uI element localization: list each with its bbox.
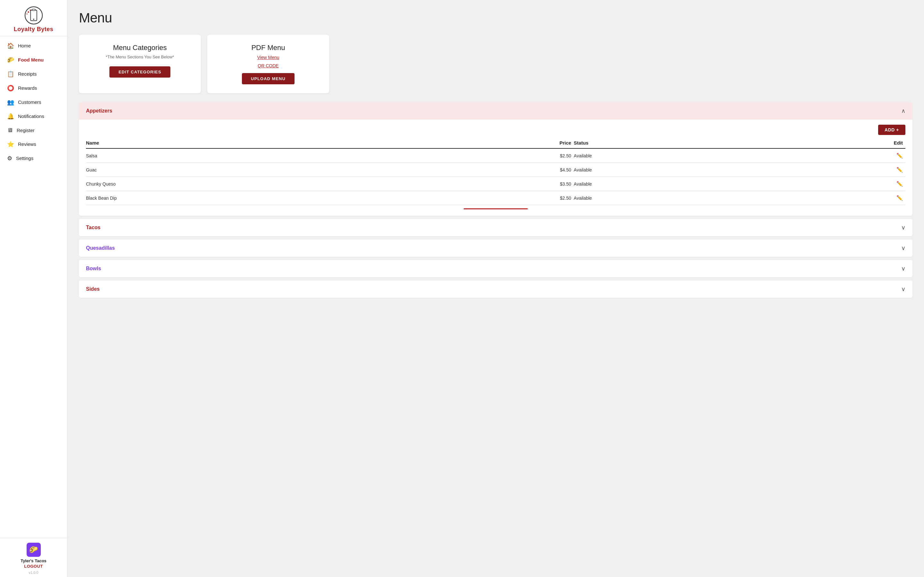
section-title-bowls: Bowls	[86, 266, 101, 271]
sidebar-item-register[interactable]: 🖥Register	[0, 123, 67, 137]
item-price-2: $3.50	[427, 177, 573, 191]
section-sides: Sides ∨	[79, 280, 913, 298]
upload-menu-button[interactable]: UPLOAD MENU	[242, 73, 294, 84]
section-chevron-quesadillas: ∨	[901, 245, 905, 251]
main-content: Menu Menu Categories *The Menu Sections …	[67, 0, 924, 577]
sidebar-item-settings[interactable]: ⚙Settings	[0, 151, 67, 165]
section-header-appetizers[interactable]: Appetizers ∧	[79, 102, 913, 119]
rewards-icon: ⭕	[7, 85, 14, 92]
sidebar-item-customers[interactable]: 👥Customers	[0, 95, 67, 109]
notifications-icon: 🔔	[7, 113, 14, 120]
sidebar-label-settings: Settings	[16, 155, 33, 161]
sidebar-label-rewards: Rewards	[18, 85, 37, 91]
edit-icon-0[interactable]: ✏️	[897, 153, 903, 158]
sidebar-item-notifications[interactable]: 🔔Notifications	[0, 109, 67, 123]
edit-icon-1[interactable]: ✏️	[897, 167, 903, 172]
item-status-0: Available	[573, 148, 786, 163]
svg-point-3	[33, 19, 34, 20]
section-tacos: Tacos ∨	[79, 219, 913, 236]
section-title-quesadillas: Quesadillas	[86, 245, 115, 251]
menu-categories-title: Menu Categories	[113, 44, 167, 52]
svg-point-5	[29, 10, 31, 11]
section-header-tacos[interactable]: Tacos ∨	[79, 219, 913, 236]
section-header-sides[interactable]: Sides ∨	[79, 280, 913, 298]
svg-rect-2	[32, 9, 35, 11]
item-name-1: Guac	[86, 163, 427, 177]
section-body-appetizers: ADD + Name Price Status Edit Salsa $2.50…	[79, 119, 913, 216]
cards-row: Menu Categories *The Menu Sections You S…	[79, 35, 913, 93]
item-price-1: $4.50	[427, 163, 573, 177]
pdf-menu-card: PDF Menu View Menu QR CODE UPLOAD MENU	[207, 35, 329, 93]
item-status-2: Available	[573, 177, 786, 191]
scroll-indicator	[464, 208, 528, 210]
col-price: Price	[427, 138, 573, 148]
logout-button[interactable]: LOGOUT	[24, 564, 43, 569]
page-title: Menu	[79, 10, 913, 26]
item-name-2: Chunky Queso	[86, 177, 427, 191]
table-row: Guac $4.50 Available ✏️	[86, 163, 905, 177]
col-edit: Edit	[786, 138, 905, 148]
item-name-0: Salsa	[86, 148, 427, 163]
reviews-icon: ⭐	[7, 141, 14, 148]
section-bowls: Bowls ∨	[79, 260, 913, 277]
svg-point-4	[27, 11, 29, 13]
home-icon: 🏠	[7, 42, 14, 49]
sidebar-item-home[interactable]: 🏠Home	[0, 39, 67, 53]
table-row: Black Bean Dip $2.50 Available ✏️	[86, 191, 905, 205]
item-status-3: Available	[573, 191, 786, 205]
section-header-bowls[interactable]: Bowls ∨	[79, 260, 913, 277]
restaurant-name: Tyler's Tacos	[21, 558, 47, 563]
logo-icon	[24, 6, 43, 25]
register-icon: 🖥	[7, 127, 13, 134]
menu-categories-subtitle: *The Menu Sections You See Below*	[105, 55, 174, 59]
section-quesadillas: Quesadillas ∨	[79, 239, 913, 257]
sidebar-label-receipts: Receipts	[18, 71, 37, 77]
table-row: Chunky Queso $3.50 Available ✏️	[86, 177, 905, 191]
sidebar-label-food-menu: Food Menu	[18, 57, 44, 63]
sidebar-label-customers: Customers	[18, 99, 41, 105]
sidebar-item-food-menu[interactable]: 🌮Food Menu	[0, 53, 67, 67]
section-header-quesadillas[interactable]: Quesadillas ∨	[79, 239, 913, 257]
section-chevron-tacos: ∨	[901, 224, 905, 231]
receipts-icon: 📋	[7, 71, 14, 77]
section-chevron-sides: ∨	[901, 285, 905, 293]
add-item-button-appetizers[interactable]: ADD +	[878, 125, 905, 135]
edit-icon-2[interactable]: ✏️	[897, 181, 903, 187]
sidebar-bottom: 🌮 Tyler's Tacos LOGOUT v1.0.0	[0, 538, 67, 577]
sidebar-label-register: Register	[17, 127, 35, 133]
svg-point-6	[26, 13, 27, 15]
settings-icon: ⚙	[7, 155, 12, 162]
section-title-appetizers: Appetizers	[86, 108, 112, 114]
sidebar: Loyalty Bytes 🏠Home🌮Food Menu📋Receipts⭕R…	[0, 0, 67, 577]
sidebar-nav: 🏠Home🌮Food Menu📋Receipts⭕Rewards👥Custome…	[0, 39, 67, 165]
sidebar-label-reviews: Reviews	[18, 141, 36, 147]
menu-table-appetizers: Name Price Status Edit Salsa $2.50 Avail…	[86, 138, 905, 205]
pdf-menu-title: PDF Menu	[251, 44, 285, 52]
qr-code-link[interactable]: QR CODE	[258, 63, 278, 68]
sidebar-label-notifications: Notifications	[18, 113, 44, 119]
app-name: Loyalty Bytes	[14, 26, 53, 33]
table-row: Salsa $2.50 Available ✏️	[86, 148, 905, 163]
item-status-1: Available	[573, 163, 786, 177]
sidebar-label-home: Home	[18, 43, 31, 48]
sidebar-item-receipts[interactable]: 📋Receipts	[0, 67, 67, 81]
section-title-tacos: Tacos	[86, 225, 100, 230]
edit-icon-3[interactable]: ✏️	[897, 195, 903, 201]
col-status: Status	[573, 138, 786, 148]
customers-icon: 👥	[7, 99, 14, 106]
item-name-3: Black Bean Dip	[86, 191, 427, 205]
version-label: v1.0.0	[29, 571, 39, 574]
sections-container: Appetizers ∧ADD + Name Price Status Edit…	[79, 102, 913, 298]
view-menu-link[interactable]: View Menu	[257, 55, 279, 60]
food-menu-icon: 🌮	[7, 56, 14, 63]
section-chevron-appetizers: ∧	[901, 107, 905, 114]
sidebar-item-rewards[interactable]: ⭕Rewards	[0, 81, 67, 95]
col-name: Name	[86, 138, 427, 148]
section-chevron-bowls: ∨	[901, 265, 905, 272]
section-appetizers: Appetizers ∧ADD + Name Price Status Edit…	[79, 102, 913, 216]
item-price-3: $2.50	[427, 191, 573, 205]
item-price-0: $2.50	[427, 148, 573, 163]
section-title-sides: Sides	[86, 286, 100, 292]
sidebar-item-reviews[interactable]: ⭐Reviews	[0, 137, 67, 151]
edit-categories-button[interactable]: EDIT CATEGORIES	[110, 66, 170, 77]
